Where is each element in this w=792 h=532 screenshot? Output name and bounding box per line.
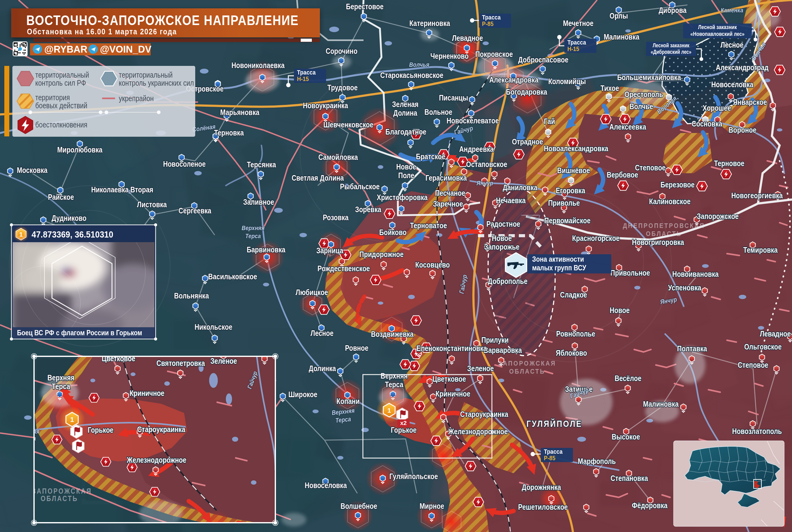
svg-text:Р-85: Р-85 xyxy=(482,20,493,27)
svg-text:контроль сил РФ: контроль сил РФ xyxy=(35,79,86,87)
svg-text:Новое: Новое xyxy=(396,163,416,171)
svg-text:Обстановка на 16.00 1 марта 20: Обстановка на 16.00 1 марта 2026 года xyxy=(27,27,177,36)
svg-text:Вольнянка: Вольнянка xyxy=(174,291,209,300)
svg-text:Рождественское: Рождественское xyxy=(317,264,370,273)
svg-text:Волчье: Волчье xyxy=(629,102,653,111)
svg-text:Сорочино: Сорочино xyxy=(326,47,358,56)
svg-text:Решетиловское: Решетиловское xyxy=(518,502,568,512)
svg-text:Волшебное: Волшебное xyxy=(341,502,377,511)
svg-text:Сладкое: Сладкое xyxy=(560,290,587,299)
svg-text:ГУЛЯЙПОЛЕ: ГУЛЯЙПОЛЕ xyxy=(527,418,582,429)
svg-text:Косовцево: Косовцево xyxy=(415,261,450,269)
svg-text:ЗАПОРОЖСКАЯ: ЗАПОРОЖСКАЯ xyxy=(498,359,556,367)
svg-text:Терноватое: Терноватое xyxy=(410,221,447,230)
svg-text:Запорожье: Запорожье xyxy=(484,243,520,251)
svg-text:ДНЕПРОПЕТРОВСКАЯ: ДНЕПРОПЕТРОВСКАЯ xyxy=(623,222,705,229)
svg-text:Отрадное: Отрадное xyxy=(512,137,543,146)
svg-text:Терновка: Терновка xyxy=(214,128,244,137)
svg-text:Ровнополье: Ровнополье xyxy=(556,329,595,338)
svg-text:Долинка: Долинка xyxy=(309,364,336,373)
svg-text:Горькое: Горькое xyxy=(88,425,113,435)
svg-text:Вороное: Вороное xyxy=(729,126,756,135)
svg-text:ОБЛАСТЬ: ОБЛАСТЬ xyxy=(509,367,545,375)
svg-text:Писанцы: Писанцы xyxy=(439,93,468,102)
svg-text:Терновое: Терновое xyxy=(714,159,744,168)
svg-text:Берестовое: Берестовое xyxy=(346,2,383,11)
svg-text:Мирное: Мирное xyxy=(419,502,444,511)
svg-text:Барвиновка: Барвиновка xyxy=(247,245,286,254)
svg-text:Новогригоровка: Новогригоровка xyxy=(632,238,684,247)
svg-text:«Дибровский лес»: «Дибровский лес» xyxy=(650,49,692,55)
svg-text:территория: территория xyxy=(35,93,70,102)
svg-text:Долина: Долина xyxy=(393,109,417,117)
svg-text:Александроград: Александроград xyxy=(716,63,769,72)
svg-text:Темировка: Темировка xyxy=(743,246,778,254)
svg-text:Криничное: Криничное xyxy=(130,389,164,398)
svg-text:Гуляйпольское: Гуляйпольское xyxy=(389,472,438,481)
svg-text:Березовое: Березовое xyxy=(661,180,695,189)
svg-text:Еленоконстантиновка: Еленоконстантиновка xyxy=(416,344,487,353)
svg-text:Зеленое: Зеленое xyxy=(467,364,494,373)
svg-text:Благодатное: Благодатное xyxy=(385,128,426,136)
svg-text:Лесное: Лесное xyxy=(310,329,334,338)
svg-text:Копани: Копани xyxy=(337,397,360,406)
svg-text:Железнодорожное: Железнодорожное xyxy=(127,456,187,464)
svg-text:Воздвижевка: Воздвижевка xyxy=(371,330,414,339)
svg-text:ОБЛАСТЬ: ОБЛАСТЬ xyxy=(41,495,78,503)
svg-text:Запорожское: Запорожское xyxy=(697,212,738,221)
svg-text:территориальный: территориальный xyxy=(35,71,89,79)
svg-text:Яблоково: Яблоково xyxy=(556,348,587,358)
svg-text:Железнодорожное: Железнодорожное xyxy=(448,427,508,436)
svg-text:Коломийцы: Коломийцы xyxy=(548,77,586,86)
svg-text:Герасимовка: Герасимовка xyxy=(426,173,467,183)
svg-text:боестолкновения: боестолкновения xyxy=(35,120,87,129)
svg-text:Криничное: Криничное xyxy=(436,390,470,398)
svg-text:Боец ВС РФ с флагом России в Г: Боец ВС РФ с флагом России в Горьком xyxy=(17,328,142,337)
svg-text:Александровка: Александровка xyxy=(489,75,539,84)
svg-text:Степовое: Степовое xyxy=(635,163,666,172)
svg-text:Высокое: Высокое xyxy=(611,432,640,441)
svg-text:Любицкое: Любицкое xyxy=(296,288,328,297)
svg-text:Малиновка: Малиновка xyxy=(604,33,640,41)
svg-text:ОБЛАСТЬ: ОБЛАСТЬ xyxy=(646,230,682,238)
svg-text:Алексеевка: Алексеевка xyxy=(609,122,646,131)
svg-text:Зеленая: Зеленая xyxy=(392,100,418,109)
svg-text:Николаевка Вторая: Николаевка Вторая xyxy=(91,185,153,194)
svg-text:Дорожнянка: Дорожнянка xyxy=(522,483,562,492)
svg-text:Новозлатополь: Новозлатополь xyxy=(732,427,782,436)
svg-text:укрепрайон: укрепрайон xyxy=(119,94,154,103)
svg-text:Полтавка: Полтавка xyxy=(677,344,708,353)
svg-text:Новониколаевка: Новониколаевка xyxy=(231,61,285,70)
svg-text:Марфополь: Марфополь xyxy=(578,457,616,466)
svg-text:Левадное: Левадное xyxy=(760,329,791,338)
svg-text:Цветковое: Цветковое xyxy=(433,375,466,383)
svg-text:Малиновка: Малиновка xyxy=(643,400,679,408)
svg-text:Привольное: Привольное xyxy=(610,268,650,278)
svg-text:Братское: Братское xyxy=(416,152,445,161)
svg-text:Новоивановка: Новоивановка xyxy=(672,270,719,279)
svg-text:Андреевка: Андреевка xyxy=(459,145,494,154)
svg-text:Приволье: Приволье xyxy=(548,198,580,208)
svg-text:Хорошее: Хорошее xyxy=(703,103,731,113)
svg-text:Доброспасовое: Доброспасовое xyxy=(518,55,568,64)
svg-text:Заречное: Заречное xyxy=(433,200,463,208)
svg-text:Заливное: Заливное xyxy=(243,198,274,207)
svg-text:Широкое: Широкое xyxy=(288,390,317,399)
svg-text:ЗАПОРОЖСКАЯ: ЗАПОРОЖСКАЯ xyxy=(32,488,92,495)
svg-text:Степановка: Степановка xyxy=(611,474,648,483)
svg-text:Никольское: Никольское xyxy=(194,323,232,331)
svg-text:Орлы: Орлы xyxy=(609,12,628,20)
svg-text:Терса: Терса xyxy=(245,232,261,240)
svg-text:Светлая Долина: Светлая Долина xyxy=(292,173,344,183)
svg-text:Калиновское: Калиновское xyxy=(649,197,691,206)
svg-text:Шевченковское: Шевченковское xyxy=(323,120,373,129)
svg-text:Н-15: Н-15 xyxy=(567,45,579,53)
svg-text:Первомайское: Первомайское xyxy=(544,216,590,225)
svg-text:Сосновка: Сосновка xyxy=(692,119,722,128)
svg-text:Староукраинка: Староукраинка xyxy=(460,410,508,419)
svg-text:Терса: Терса xyxy=(52,382,70,391)
svg-text:Рыбальское: Рыбальское xyxy=(340,182,380,191)
svg-text:Московка: Московка xyxy=(17,166,48,175)
svg-text:Лесное: Лесное xyxy=(720,40,743,50)
svg-text:Успеновка: Успеновка xyxy=(668,283,701,292)
